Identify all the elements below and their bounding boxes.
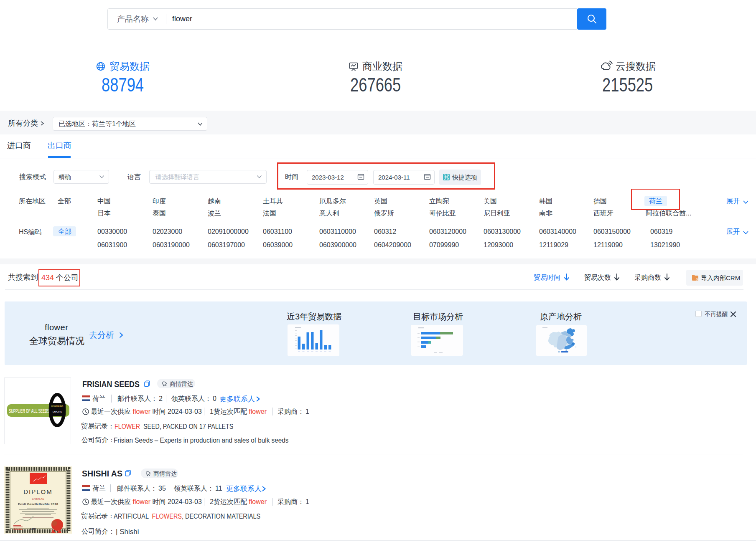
svg-text:SUPPLIER OF ALL SEEDS: SUPPLIER OF ALL SEEDS: [9, 407, 49, 414]
svg-text:DIPLOM: DIPLOM: [23, 488, 53, 495]
svg-text:LHV: LHV: [30, 527, 36, 530]
svg-text:Äripäev: Äripäev: [13, 528, 23, 530]
svg-text:Eesti Gasellettevõte 2018: Eesti Gasellettevõte 2018: [18, 502, 59, 506]
svg-text:Shishi AS: Shishi AS: [32, 497, 44, 500]
svg-text:EXPERTS: EXPERTS: [53, 410, 62, 413]
svg-text:FLOWER BLEND: FLOWER BLEND: [51, 405, 63, 408]
